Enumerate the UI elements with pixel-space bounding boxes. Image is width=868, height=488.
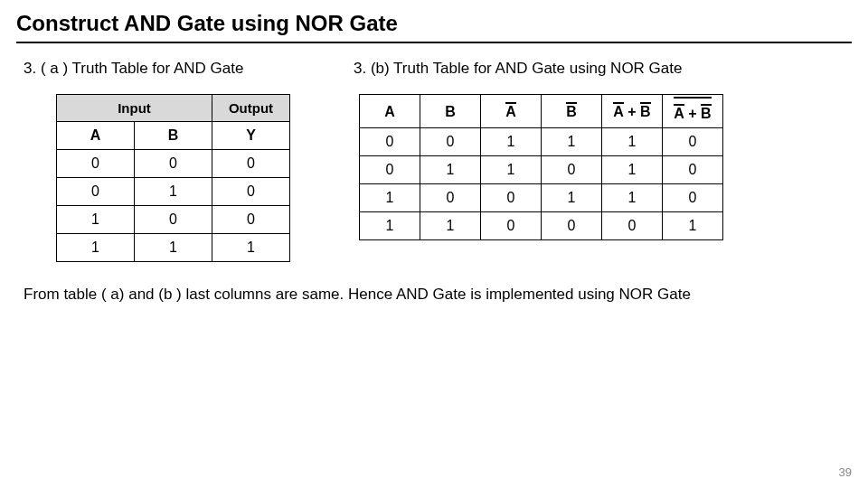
page-title: Construct AND Gate using NOR Gate bbox=[16, 11, 852, 36]
nor-truth-table: A B A B A + B A + B 0 bbox=[359, 94, 723, 240]
col-not-b: B bbox=[542, 95, 602, 128]
table-row: 1 1 1 bbox=[57, 234, 290, 262]
right-heading: 3. (b) Truth Table for AND Gate using NO… bbox=[354, 60, 852, 78]
col-b: B bbox=[420, 95, 481, 128]
conclusion-text: From table ( a) and (b ) last columns ar… bbox=[24, 286, 852, 304]
col-a: A bbox=[57, 122, 135, 150]
title-rule bbox=[16, 42, 852, 43]
col-and-output: A + B bbox=[663, 95, 723, 128]
col-b: B bbox=[135, 122, 212, 150]
col-not-a: A bbox=[481, 95, 542, 128]
col-nota-plus-notb: A + B bbox=[602, 95, 663, 128]
content-columns: 3. ( a ) Truth Table for AND Gate Input … bbox=[16, 60, 852, 262]
left-column: 3. ( a ) Truth Table for AND Gate Input … bbox=[24, 60, 290, 262]
col-y: Y bbox=[212, 122, 290, 150]
table-row: 0 0 1 1 1 0 bbox=[360, 128, 723, 156]
col-a: A bbox=[360, 95, 420, 128]
table-row: 0 0 0 bbox=[57, 150, 290, 178]
table-row: 0 1 1 0 1 0 bbox=[360, 156, 723, 184]
and-truth-table: Input Output A B Y 0 0 0 0 1 0 bbox=[56, 94, 290, 262]
group-input: Input bbox=[57, 95, 212, 122]
group-output: Output bbox=[212, 95, 290, 122]
left-heading: 3. ( a ) Truth Table for AND Gate bbox=[24, 60, 290, 78]
table-row: 1 0 0 1 1 0 bbox=[360, 184, 723, 212]
page-number: 39 bbox=[839, 465, 852, 479]
table-row: 1 0 0 bbox=[57, 206, 290, 234]
right-column: 3. (b) Truth Table for AND Gate using NO… bbox=[354, 60, 852, 240]
table-row: 0 1 0 bbox=[57, 178, 290, 206]
slide: Construct AND Gate using NOR Gate 3. ( a… bbox=[0, 0, 868, 314]
table-row: 1 1 0 0 0 1 bbox=[360, 212, 723, 240]
